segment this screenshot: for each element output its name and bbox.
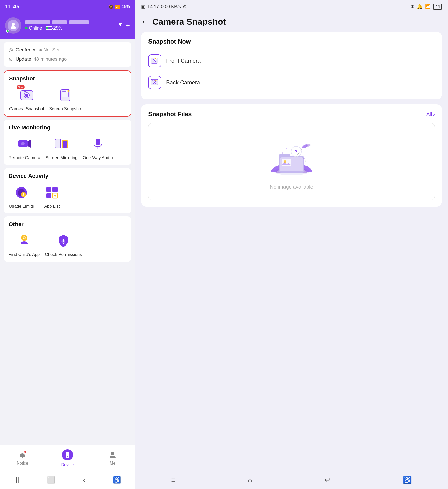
svg-point-0 [12, 23, 15, 26]
wifi-right-icon: 📶 [425, 4, 431, 9]
me-nav-label: Me [110, 461, 115, 466]
svg-rect-16 [63, 141, 67, 148]
bluetooth-icon: ✱ [411, 4, 414, 9]
back-button[interactable]: ← [141, 18, 148, 26]
nav-me[interactable]: Me [90, 451, 135, 466]
notice-icon-wrapper [18, 451, 26, 460]
nav-notice[interactable]: Notice [0, 451, 45, 466]
nav-device[interactable]: Device [45, 449, 90, 467]
files-header: Snapshot Files All › [148, 111, 435, 118]
app-list-icon [44, 185, 60, 200]
svg-point-46 [155, 80, 157, 81]
back-camera-icon-box [148, 76, 161, 89]
right-content: Snapshot Now Front Camera [135, 32, 448, 471]
remote-camera-icon-wrapper [15, 135, 34, 153]
live-monitoring-grid: Remote Camera Screen Mirroring [9, 135, 126, 160]
svg-point-38 [111, 452, 114, 455]
time-left: 11:45 [5, 3, 19, 10]
online-indicator [6, 30, 9, 33]
mute-icon: 🔕 [108, 4, 114, 9]
camera-snapshot-icon [19, 88, 34, 103]
sys-nav-back[interactable]: ‹ [83, 476, 85, 484]
svg-rect-14 [55, 139, 61, 148]
one-way-audio-item[interactable]: One-Way Audio [83, 135, 113, 160]
svg-text:+: + [305, 160, 306, 163]
status-bar-left: 11:45 🔕 📶 18% [0, 0, 135, 13]
svg-point-4 [25, 94, 28, 97]
geofence-row: ◎ Geofence ● Not Set [9, 45, 126, 55]
update-icon: ⊙ [9, 56, 13, 62]
screen-mirroring-label: Screen Mirroring [46, 155, 78, 160]
remote-camera-item[interactable]: Remote Camera [9, 135, 40, 160]
status-icons-left: 🔕 📶 18% [108, 4, 130, 9]
more-icon: ··· [189, 4, 193, 9]
check-permissions-item[interactable]: Check Permissions [45, 232, 82, 257]
live-monitoring-section: Live Monitoring Remote Camera [4, 120, 131, 165]
time-right: 14:17 [147, 4, 159, 9]
battery-indicator: 25% [46, 25, 62, 31]
remote-camera-icon [17, 137, 32, 152]
app-list-label: App List [44, 204, 60, 209]
find-childs-app-label: Find Child's App [9, 252, 40, 257]
svg-rect-24 [46, 193, 51, 198]
screen-mirroring-item[interactable]: Screen Mirroring [46, 135, 78, 160]
empty-illustration-svg: ? + + [266, 133, 317, 179]
camera-snapshot-label: Camera Snapshot [9, 106, 44, 112]
battery-icon [46, 26, 52, 30]
dropdown-icon[interactable]: ▼ [118, 21, 123, 30]
battery-percent: 25% [53, 25, 62, 31]
sys-nav-back-right[interactable]: ↩ [324, 476, 330, 484]
svg-rect-47 [152, 80, 153, 81]
status-left-right: ▣ 14:17 0.00 KB/s ⊙ ··· [141, 4, 193, 9]
usage-limits-label: Usage Limits [9, 204, 34, 209]
device-activity-section: Device Activity $ Usage Limits [4, 168, 131, 213]
empty-text: No image available [270, 184, 313, 190]
battery-left: 18% [122, 4, 130, 9]
screen-snapshot-item[interactable]: Screen Snapshot [49, 86, 82, 112]
me-icon [108, 451, 117, 459]
update-label: Update [16, 56, 31, 62]
one-way-audio-icon [90, 137, 105, 152]
sim2-icon: ⊙ [183, 4, 187, 9]
add-icon[interactable]: + [126, 21, 130, 30]
front-camera-option[interactable]: Front Camera [148, 50, 435, 72]
sys-nav-home-right[interactable]: ⌂ [248, 476, 252, 484]
svg-text:$: $ [22, 193, 24, 197]
back-camera-label: Back Camera [166, 79, 200, 86]
back-camera-option[interactable]: Back Camera [148, 72, 435, 93]
sys-nav-menu[interactable]: ||| [14, 476, 19, 484]
online-label: Online [29, 25, 42, 31]
device-nav-label: Device [61, 463, 74, 467]
wifi-icon: 📶 [115, 4, 120, 9]
sys-nav-accessibility-right[interactable]: ♿ [403, 476, 412, 484]
snapshot-grid: New Camera Snapshot [9, 86, 126, 112]
screen-snapshot-icon [58, 88, 73, 103]
svg-point-30 [23, 237, 25, 239]
empty-illustration: ? + + [266, 133, 317, 179]
device-icon [62, 449, 73, 460]
screen-snapshot-icon-wrapper [57, 86, 75, 104]
header-status: Online 25% [25, 25, 114, 31]
sys-nav-menu-right[interactable]: ≡ [171, 476, 175, 484]
speed-label: 0.00 KB/s [161, 4, 181, 9]
other-title: Other [9, 221, 126, 228]
camera-snapshot-item[interactable]: New Camera Snapshot [9, 86, 44, 112]
screen-mirroring-icon [54, 137, 69, 152]
all-link[interactable]: All › [426, 111, 435, 117]
check-permissions-label: Check Permissions [45, 252, 82, 257]
svg-rect-22 [46, 187, 51, 192]
header-info: Online 25% [25, 20, 114, 31]
live-monitoring-title: Live Monitoring [9, 124, 126, 131]
update-value: 48 minutes ago [34, 56, 67, 62]
app-list-item[interactable]: App List [39, 183, 65, 209]
sys-nav-home[interactable]: ⬜ [47, 476, 55, 484]
green-dot-icon [25, 27, 28, 29]
battery-fill [46, 27, 48, 29]
remote-camera-label: Remote Camera [9, 155, 40, 160]
bottom-nav: Notice Device Me [0, 445, 135, 471]
svg-point-41 [154, 60, 155, 61]
header-left: Online 25% ▼ + [0, 13, 135, 39]
find-childs-app-item[interactable]: Find Child's App [9, 232, 40, 257]
sys-nav-accessibility[interactable]: ♿ [113, 476, 121, 484]
usage-limits-item[interactable]: $ Usage Limits [9, 183, 34, 209]
